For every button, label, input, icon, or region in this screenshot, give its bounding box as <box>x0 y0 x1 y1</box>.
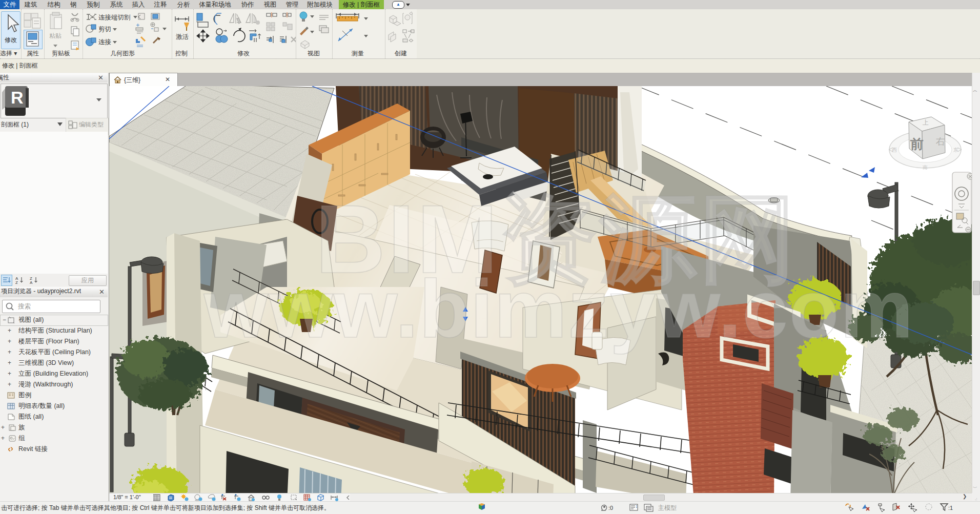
svg-text:A: A <box>30 280 33 284</box>
svg-text:粘贴: 粘贴 <box>49 32 62 39</box>
svg-text:激活: 激活 <box>176 33 189 40</box>
svg-text:剪切: 剪切 <box>98 26 111 33</box>
svg-text:Z: Z <box>15 280 18 284</box>
svg-text:上: 上 <box>923 119 929 126</box>
svg-text:南: 南 <box>923 165 928 170</box>
svg-text:R: R <box>11 88 24 107</box>
svg-text:连接: 连接 <box>98 38 111 46</box>
svg-text:连接端切割: 连接端切割 <box>98 14 131 21</box>
svg-text::0: :0 <box>608 505 613 511</box>
svg-text:右: 右 <box>936 136 945 147</box>
svg-text:www.bimzyw.com: www.bimzyw.com <box>203 263 914 355</box>
svg-text::1: :1 <box>948 505 953 511</box>
svg-text:前: 前 <box>910 136 924 152</box>
